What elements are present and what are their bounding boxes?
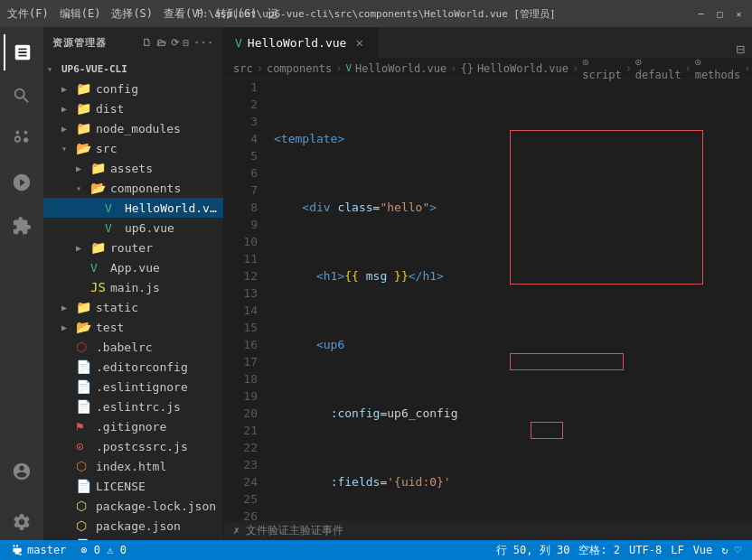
activity-settings[interactable] <box>4 504 40 540</box>
new-file-icon[interactable]: 🗋 <box>142 37 153 49</box>
sidebar-item-dist[interactable]: ▶ 📁 dist <box>43 98 223 118</box>
bc-methods[interactable]: ⊙ methods <box>695 56 741 81</box>
close-button[interactable]: ✕ <box>733 8 745 20</box>
sidebar-item-up6vue[interactable]: ▶ V up6.vue <box>43 218 223 238</box>
sidebar-item-editorconfig[interactable]: ▶ 📄 .editorconfig <box>43 357 223 377</box>
status-language[interactable]: Vue <box>690 543 717 558</box>
sidebar-item-appvue[interactable]: ▶ V App.vue <box>43 257 223 277</box>
more-icon[interactable]: ··· <box>193 37 214 49</box>
main-layout: 资源管理器 🗋 🗁 ⟳ ⊟ ··· ▾ UP6-VUE-CLI ▶ 📁 conf… <box>0 27 752 540</box>
activity-extensions[interactable] <box>4 208 40 244</box>
window-controls[interactable]: ─ □ ✕ <box>695 8 745 20</box>
activity-source-control[interactable] <box>4 121 40 157</box>
appvue-file-icon: V <box>90 261 107 275</box>
bc-src[interactable]: src <box>233 62 253 75</box>
nm-arrow: ▶ <box>61 124 76 134</box>
menu-select[interactable]: 选择(S) <box>111 6 153 22</box>
sidebar-actions[interactable]: 🗋 🗁 ⟳ ⊟ ··· <box>142 37 215 49</box>
comp-folder-icon: 📂 <box>90 181 107 195</box>
helloworld-label: HelloWorld.vue <box>125 201 223 215</box>
bc-components[interactable]: components <box>267 62 332 75</box>
erc-icon: 📄 <box>76 399 92 414</box>
status-errors[interactable]: ⊗ 0 ⚠ 0 <box>77 544 130 556</box>
config-arrow: ▶ <box>61 84 76 94</box>
sidebar-item-components[interactable]: ▾ 📂 components <box>43 178 223 198</box>
sidebar-item-helloworld[interactable]: ▶ V HelloWorld.vue <box>43 198 223 218</box>
status-line-ending[interactable]: LF <box>667 543 687 558</box>
ec-icon: 📄 <box>76 359 92 374</box>
line-ending-text: LF <box>671 544 683 556</box>
ih-label: index.html <box>96 460 166 473</box>
code-content[interactable]: <template> <div class="hello"> <h1>{{ ms… <box>265 79 752 520</box>
sidebar: 资源管理器 🗋 🗁 ⟳ ⊟ ··· ▾ UP6-VUE-CLI ▶ 📁 conf… <box>43 27 224 540</box>
src-arrow: ▾ <box>61 144 76 154</box>
pl-label: package-lock.json <box>96 499 216 513</box>
sidebar-item-router[interactable]: ▶ 📁 router <box>43 238 223 257</box>
status-spaces[interactable]: 空格: 2 <box>575 543 624 558</box>
dist-arrow: ▶ <box>61 104 76 114</box>
tab-helloworld[interactable]: V HelloWorld.vue ✕ <box>224 27 379 58</box>
comp-arrow: ▾ <box>76 183 90 193</box>
tab-close-button[interactable]: ✕ <box>352 33 366 51</box>
bc-obj[interactable]: {} <box>460 62 473 75</box>
activity-account[interactable] <box>4 453 40 490</box>
sidebar-item-test[interactable]: ▶ 📂 test <box>43 317 223 337</box>
collapse-icon[interactable]: ⊟ <box>183 37 191 49</box>
babelrc-label: .babelrc <box>96 341 153 354</box>
helloworld-file-icon: V <box>105 201 121 215</box>
sidebar-item-gitignore[interactable]: ▶ ⚑ .gitignore <box>43 416 223 436</box>
erc-label: .eslintrc.js <box>96 400 181 414</box>
sidebar-item-pkg-lock[interactable]: ▶ ⬡ package-lock.json <box>43 496 223 516</box>
activity-search[interactable] <box>4 78 40 114</box>
gi-label: .gitignore <box>96 420 166 434</box>
ih-icon: ⬡ <box>76 459 92 473</box>
error-count: ⊗ 0 ⚠ 0 <box>80 544 127 556</box>
bc-default[interactable]: ⊙ default <box>635 56 682 81</box>
gi-icon: ⚑ <box>76 419 92 434</box>
activity-explorer[interactable] <box>4 34 40 70</box>
sidebar-item-node_modules[interactable]: ▶ 📁 node_modules <box>43 118 223 138</box>
menu-file[interactable]: 文件(F) <box>7 6 49 22</box>
refresh-icon[interactable]: ⟳ <box>171 37 180 49</box>
status-branch[interactable]: master <box>7 544 70 556</box>
tree-root[interactable]: ▾ UP6-VUE-CLI <box>43 59 223 79</box>
nm-label: node_modules <box>96 122 181 135</box>
bc-file[interactable]: HelloWorld.vue <box>355 62 446 75</box>
status-sync[interactable]: ↻ ♡ <box>718 543 745 558</box>
code-editor[interactable]: 12345 678910 1112131415 1617181920 21222… <box>224 79 752 520</box>
root-arrow: ▾ <box>47 64 61 74</box>
pc-icon: ⊙ <box>76 439 92 453</box>
sidebar-item-static[interactable]: ▶ 📁 static <box>43 297 223 317</box>
sidebar-item-assets[interactable]: ▶ 📁 assets <box>43 158 223 178</box>
assets-arrow: ▶ <box>76 163 90 173</box>
window-title: F:\asp.net\up6-vue-cli\src\components\He… <box>196 7 555 21</box>
dist-folder-icon: 📁 <box>76 101 92 116</box>
sidebar-item-eslintrc[interactable]: ▶ 📄 .eslintrc.js <box>43 397 223 416</box>
sidebar-header: 资源管理器 🗋 🗁 ⟳ ⊟ ··· <box>43 27 223 59</box>
minimize-button[interactable]: ─ <box>695 8 707 20</box>
sidebar-item-babelrc[interactable]: ▶ ⬡ .babelrc <box>43 337 223 357</box>
sidebar-item-config[interactable]: ▶ 📁 config <box>43 79 223 98</box>
sidebar-item-mainjs[interactable]: ▶ JS main.js <box>43 277 223 297</box>
static-arrow: ▶ <box>61 303 76 313</box>
sidebar-item-license[interactable]: ▶ 📄 LICENSE <box>43 476 223 496</box>
maximize-button[interactable]: □ <box>714 8 726 20</box>
bc-script[interactable]: ⊙ script <box>582 56 621 81</box>
babelrc-icon: ⬡ <box>76 340 92 354</box>
router-folder-icon: 📁 <box>90 240 107 255</box>
sidebar-item-pkg[interactable]: ▶ ⬡ package.json <box>43 516 223 536</box>
test-folder-icon: 📂 <box>76 320 92 334</box>
activity-debug[interactable] <box>4 164 40 201</box>
bc-hw[interactable]: HelloWorld.vue <box>477 62 569 75</box>
menu-edit[interactable]: 编辑(E) <box>60 6 101 22</box>
sidebar-item-src[interactable]: ▾ 📂 src <box>43 138 223 158</box>
sidebar-item-postcss[interactable]: ▶ ⊙ .postcssrc.js <box>43 436 223 456</box>
sidebar-item-indexhtml[interactable]: ▶ ⬡ index.html <box>43 456 223 476</box>
lic-label: LICENSE <box>96 480 146 493</box>
sidebar-item-eslintignore[interactable]: ▶ 📄 .eslintignore <box>43 377 223 397</box>
editor-area: V HelloWorld.vue ✕ ⊟ src › components › … <box>224 27 752 540</box>
new-folder-icon[interactable]: 🗁 <box>156 37 167 49</box>
config-folder-icon: 📁 <box>76 81 92 96</box>
status-encoding[interactable]: UTF-8 <box>625 543 665 558</box>
status-position[interactable]: 行 50, 列 30 <box>493 543 574 558</box>
